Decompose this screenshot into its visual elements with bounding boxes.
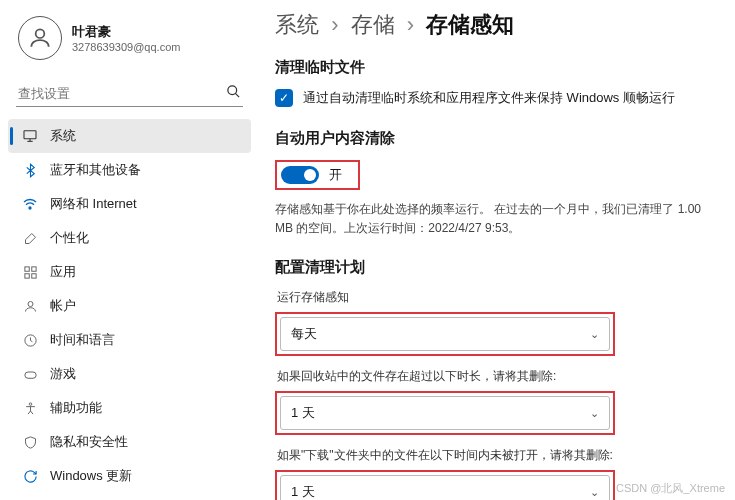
field-run-label: 运行存储感知 (277, 289, 717, 306)
nav-label: 游戏 (50, 365, 76, 383)
user-name: 叶君豪 (72, 23, 180, 41)
field-recycle-label: 如果回收站中的文件存在超过以下时长，请将其删除: (277, 368, 717, 385)
svg-line-2 (235, 93, 239, 97)
breadcrumb-l2[interactable]: 存储 (351, 12, 395, 37)
nav-label: 应用 (50, 263, 76, 281)
temp-files-checkbox-row[interactable]: ✓ 通过自动清理临时系统和应用程序文件来保持 Windows 顺畅运行 (275, 89, 717, 107)
svg-point-0 (36, 29, 45, 38)
chevron-down-icon: ⌄ (590, 486, 599, 499)
downloads-select[interactable]: 1 天 ⌄ (280, 475, 610, 500)
nav: 系统 蓝牙和其他设备 网络和 Internet 个性化 应用 帐户 (8, 119, 251, 493)
nav-privacy[interactable]: 隐私和安全性 (8, 425, 251, 459)
system-icon (22, 128, 38, 144)
checkbox-checked-icon[interactable]: ✓ (275, 89, 293, 107)
bluetooth-icon (22, 162, 38, 178)
chevron-right-icon: › (407, 12, 414, 37)
recycle-bin-select[interactable]: 1 天 ⌄ (280, 396, 610, 430)
apps-icon (22, 264, 38, 280)
toggle-label: 开 (329, 166, 342, 184)
chevron-right-icon: › (331, 12, 338, 37)
breadcrumb-current: 存储感知 (426, 12, 514, 37)
nav-label: 隐私和安全性 (50, 433, 128, 451)
field-downloads-label: 如果"下载"文件夹中的文件在以下时间内未被打开，请将其删除: (277, 447, 717, 464)
gaming-icon (22, 366, 38, 382)
nav-label: Windows 更新 (50, 467, 132, 485)
nav-apps[interactable]: 应用 (8, 255, 251, 289)
select-value: 每天 (291, 325, 317, 343)
watermark: CSDN @北风_Xtreme (616, 481, 725, 496)
svg-rect-7 (24, 266, 28, 270)
nav-personalize[interactable]: 个性化 (8, 221, 251, 255)
svg-point-6 (29, 207, 31, 209)
nav-label: 网络和 Internet (50, 195, 137, 213)
select-value: 1 天 (291, 404, 315, 422)
highlight-select-1: 每天 ⌄ (275, 312, 615, 356)
sidebar: 叶君豪 3278639309@qq.com 系统 蓝牙和其他设备 网络和 Int… (0, 0, 255, 500)
svg-rect-9 (24, 273, 28, 277)
svg-rect-10 (31, 273, 35, 277)
section-temp-title: 清理临时文件 (275, 58, 717, 77)
nav-label: 辅助功能 (50, 399, 102, 417)
run-frequency-select[interactable]: 每天 ⌄ (280, 317, 610, 351)
search-input[interactable] (18, 86, 226, 101)
nav-accessibility[interactable]: 辅助功能 (8, 391, 251, 425)
shield-icon (22, 434, 38, 450)
svg-rect-3 (24, 131, 36, 139)
section-auto-title: 自动用户内容清除 (275, 129, 717, 148)
accessibility-icon (22, 400, 38, 416)
main-content: 系统 › 存储 › 存储感知 清理临时文件 ✓ 通过自动清理临时系统和应用程序文… (255, 0, 735, 500)
svg-point-1 (228, 86, 237, 95)
nav-label: 系统 (50, 127, 76, 145)
nav-label: 帐户 (50, 297, 76, 315)
account-icon (22, 298, 38, 314)
svg-point-11 (28, 301, 33, 306)
toggle-switch[interactable] (281, 166, 319, 184)
svg-rect-13 (24, 372, 35, 378)
nav-update[interactable]: Windows 更新 (8, 459, 251, 493)
chevron-down-icon: ⌄ (590, 328, 599, 341)
highlight-toggle: 开 (275, 160, 360, 190)
brush-icon (22, 230, 38, 246)
nav-label: 时间和语言 (50, 331, 115, 349)
clock-icon (22, 332, 38, 348)
search-icon (226, 84, 241, 102)
nav-bluetooth[interactable]: 蓝牙和其他设备 (8, 153, 251, 187)
highlight-select-2: 1 天 ⌄ (275, 391, 615, 435)
search-box[interactable] (16, 80, 243, 107)
nav-label: 个性化 (50, 229, 89, 247)
wifi-icon (22, 196, 38, 212)
nav-network[interactable]: 网络和 Internet (8, 187, 251, 221)
update-icon (22, 468, 38, 484)
breadcrumb-l1[interactable]: 系统 (275, 12, 319, 37)
avatar (18, 16, 62, 60)
nav-label: 蓝牙和其他设备 (50, 161, 141, 179)
nav-time[interactable]: 时间和语言 (8, 323, 251, 357)
svg-point-16 (29, 402, 32, 405)
nav-gaming[interactable]: 游戏 (8, 357, 251, 391)
chevron-down-icon: ⌄ (590, 407, 599, 420)
nav-system[interactable]: 系统 (8, 119, 251, 153)
section-schedule-title: 配置清理计划 (275, 258, 717, 277)
checkbox-label: 通过自动清理临时系统和应用程序文件来保持 Windows 顺畅运行 (303, 89, 675, 107)
highlight-select-3: 1 天 ⌄ (275, 470, 615, 500)
svg-rect-8 (31, 266, 35, 270)
auto-clean-description: 存储感知基于你在此处选择的频率运行。 在过去的一个月中，我们已清理了 1.00 … (275, 200, 717, 238)
user-email: 3278639309@qq.com (72, 41, 180, 53)
nav-accounts[interactable]: 帐户 (8, 289, 251, 323)
user-profile[interactable]: 叶君豪 3278639309@qq.com (8, 14, 251, 72)
select-value: 1 天 (291, 483, 315, 500)
breadcrumb: 系统 › 存储 › 存储感知 (275, 10, 717, 40)
